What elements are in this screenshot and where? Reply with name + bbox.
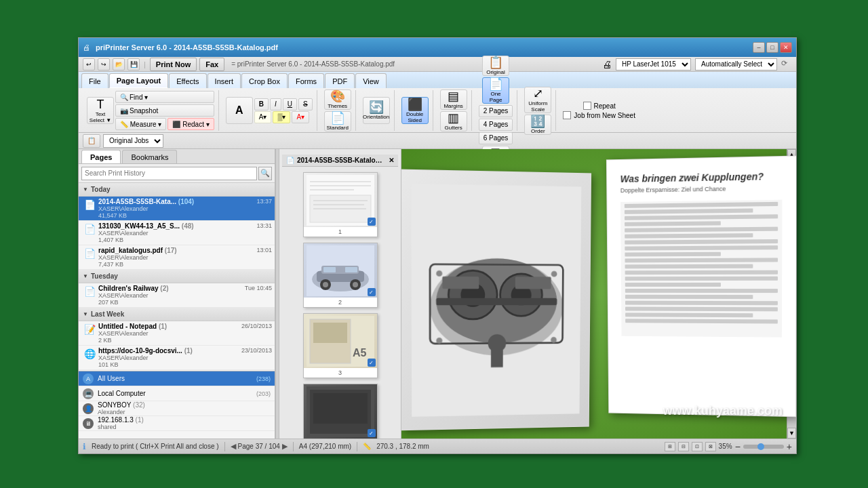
- view-mode-4[interactable]: ⊠: [705, 442, 716, 451]
- file-item-1[interactable]: 📄 2014-A5SB-S5SB-Kata... (104) XASER\Ale…: [79, 197, 275, 221]
- view-mode-1[interactable]: ⊞: [665, 442, 675, 451]
- jobs-dropdown[interactable]: Original Jobs: [103, 134, 163, 148]
- underline-button[interactable]: U: [283, 98, 297, 110]
- jobs-icon-button[interactable]: 📋: [83, 134, 100, 148]
- six-pages-button[interactable]: 6 Pages: [479, 132, 513, 144]
- doc-name-header: 📄 2014-A5SB-S5SB-Katalog.pdf ✕: [282, 155, 398, 167]
- color-picker[interactable]: A▾: [254, 111, 272, 123]
- undo-button[interactable]: ↩: [83, 58, 95, 70]
- restore-button[interactable]: □: [766, 42, 778, 53]
- user-all[interactable]: A All Users (238): [79, 371, 275, 386]
- close-button[interactable]: ✕: [780, 42, 792, 53]
- two-pages-button[interactable]: 2 Pages: [479, 105, 513, 117]
- text-icon: T: [97, 98, 104, 110]
- italic-button[interactable]: I: [270, 98, 281, 110]
- highlight-button[interactable]: ▒▾: [273, 111, 290, 123]
- view-mode-2[interactable]: ⊟: [678, 442, 689, 451]
- svg-rect-37: [491, 349, 503, 367]
- order-button[interactable]: 🔢 Order: [524, 115, 551, 135]
- original-button[interactable]: 📋 Original: [482, 56, 509, 76]
- user-local[interactable]: 💻 Local Computer (203): [79, 386, 275, 401]
- minimize-button[interactable]: –: [753, 42, 765, 53]
- find-button[interactable]: 🔍 Find ▾: [115, 91, 214, 103]
- ip-sub: shared: [98, 424, 271, 430]
- pdf-icon-2: 📄: [84, 224, 96, 235]
- user-sonyboy[interactable]: 👤 SONYBOY (32) Alexander: [79, 401, 275, 416]
- tab-pdf[interactable]: PDF: [325, 73, 355, 88]
- fax-button[interactable]: Fax: [199, 58, 224, 71]
- tab-bookmarks[interactable]: Bookmarks: [122, 150, 177, 163]
- redact-button[interactable]: ⬛ Redact ▾: [167, 118, 214, 130]
- zoom-in-button[interactable]: +: [787, 441, 792, 452]
- auto-select-dropdown[interactable]: Automatically Select: [695, 58, 777, 70]
- save-button[interactable]: 💾: [127, 58, 140, 70]
- file-time-3: 13:01: [256, 247, 272, 253]
- doc-name-label: 📄: [286, 157, 294, 164]
- themes-button[interactable]: 🎨 Themes: [324, 89, 351, 110]
- svg-rect-24: [313, 393, 368, 424]
- prev-page-button[interactable]: ◀: [231, 442, 236, 451]
- orientation-button[interactable]: 🔄 Orientation: [363, 97, 390, 124]
- snapshot-button[interactable]: 📷 Snapshot: [115, 104, 214, 117]
- text-line-6: [625, 233, 753, 239]
- strikethrough-button[interactable]: S: [298, 98, 313, 110]
- file-item-6[interactable]: 🌐 https://doc-10-9g-docsvi... (1) XASER\…: [79, 346, 275, 370]
- job-new-sheet-label: Job from New Sheet: [574, 112, 635, 119]
- pages-tab-label: Pages: [90, 153, 112, 161]
- margins-button[interactable]: ▤ Margins: [440, 89, 467, 110]
- standard-button[interactable]: 📄 Standard: [324, 111, 351, 131]
- file-item-5[interactable]: 📝 Untitled - Notepad (1) XASER\Alexander…: [79, 321, 275, 346]
- search-button[interactable]: 🔍: [258, 167, 272, 180]
- tab-insert[interactable]: Insert: [208, 73, 241, 88]
- scroll-down-arrow[interactable]: ▼: [787, 428, 796, 439]
- page-thumb-2[interactable]: ✓ 2: [303, 243, 378, 308]
- printer-area: 🖨 HP LaserJet 1015 Automatically Select …: [602, 58, 792, 70]
- search-input[interactable]: [81, 167, 257, 180]
- text-select-button[interactable]: T TextSelect ▼: [87, 97, 114, 124]
- uniform-scale-button[interactable]: ⤢ UniformScale: [524, 87, 551, 113]
- bold-button[interactable]: A: [226, 97, 253, 124]
- printer-select[interactable]: HP LaserJet 1015: [616, 58, 691, 70]
- gutters-button[interactable]: ▥ Gutters: [440, 111, 467, 131]
- refresh-button[interactable]: ⟳: [781, 59, 792, 70]
- font-color-button[interactable]: A▾: [292, 111, 309, 123]
- view-mode-3[interactable]: ⊡: [692, 442, 703, 451]
- page-thumb-4[interactable]: ✓ 4: [303, 384, 378, 439]
- measure-button[interactable]: 📏 Measure ▾: [115, 118, 166, 130]
- zoom-slider[interactable]: [743, 445, 784, 449]
- tab-crop-box[interactable]: Crop Box: [241, 73, 288, 88]
- tab-page-layout[interactable]: Page Layout: [109, 73, 168, 88]
- svg-rect-34: [442, 276, 479, 288]
- file-item-3[interactable]: 📄 rapid_katalogus.pdf (17) XASER\Alexand…: [79, 245, 275, 270]
- tab-file[interactable]: File: [81, 73, 108, 88]
- four-pages-button[interactable]: 4 Pages: [479, 119, 513, 131]
- tab-effects[interactable]: Effects: [169, 73, 206, 88]
- redo-button[interactable]: ↪: [98, 58, 110, 70]
- user-ip[interactable]: 🖥 192.168.1.3 (1) shared: [79, 416, 275, 431]
- double-sided-button[interactable]: ⬛ DoubleSided: [401, 97, 429, 124]
- tab-forms[interactable]: Forms: [288, 73, 324, 88]
- text-line-10: [625, 258, 778, 262]
- tab-view[interactable]: View: [355, 73, 387, 88]
- engine-visual: [401, 169, 591, 430]
- file-item-4[interactable]: 📄 Children's Railway (2) XASER\Alexander…: [79, 283, 275, 308]
- print-now-button[interactable]: Print Now: [150, 58, 197, 71]
- open-button[interactable]: 📂: [113, 58, 125, 70]
- repeat-checkbox[interactable]: [583, 102, 591, 110]
- margins-group: ▤ Margins ▥ Gutters: [436, 90, 472, 131]
- one-page-button[interactable]: 📄 OnePage: [482, 77, 509, 104]
- tab-pages[interactable]: Pages: [81, 150, 121, 163]
- page-thumb-3[interactable]: A5 ✓ 3: [303, 313, 378, 378]
- bold-text-button[interactable]: B: [254, 98, 269, 110]
- file-item-2[interactable]: 📄 131030_KW44-13_A5_S... (48) XASER\Alex…: [79, 221, 275, 245]
- doc-close-icon[interactable]: ✕: [389, 157, 394, 164]
- themes-group: 🎨 Themes 📄 Standard: [320, 90, 356, 131]
- zoom-out-button[interactable]: −: [735, 441, 741, 452]
- search-icon: 🔍: [120, 94, 128, 101]
- page-navigation: ◀ Page 37 / 104 ▶: [231, 442, 288, 451]
- job-new-sheet-checkbox[interactable]: [563, 111, 571, 119]
- page-thumb-1[interactable]: ✓ 1: [303, 172, 378, 237]
- next-page-button[interactable]: ▶: [282, 442, 288, 451]
- themes-icon: 🎨: [330, 90, 345, 102]
- zoom-thumb[interactable]: [757, 443, 764, 450]
